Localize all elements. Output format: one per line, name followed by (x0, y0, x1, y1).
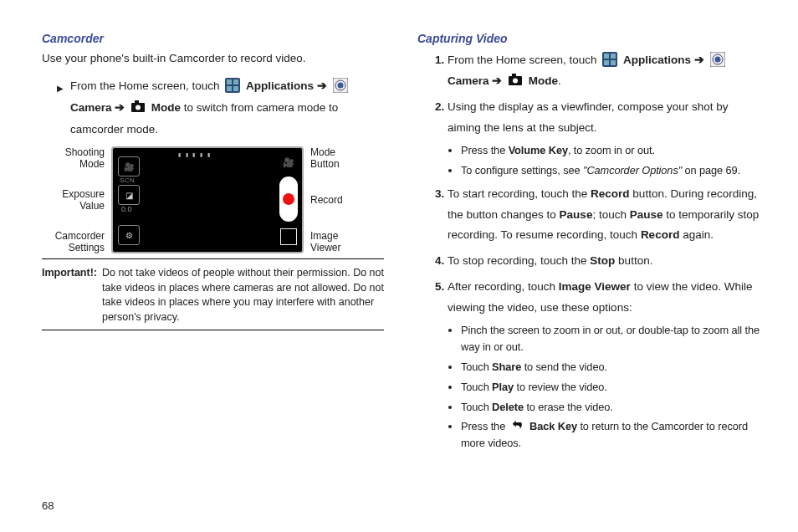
arrow-sep-2: ➔ (112, 101, 129, 114)
label-camcorder-settings: Camcorder Settings (42, 230, 105, 253)
label-image-viewer: Image Viewer (310, 230, 373, 253)
diagram-labels-right: Mode Button Record Image Viewer (304, 146, 373, 253)
arrow-sep-2: ➔ (489, 74, 506, 87)
image-viewer-thumb (280, 228, 297, 245)
step2-text: Using the display as a viewfinder, compo… (448, 100, 728, 134)
step-1: From the Home screen, touch Applications… (448, 50, 760, 92)
mode-label: Mode (151, 101, 181, 114)
period: . (558, 74, 561, 87)
bullet-back-key: Press the Back Key to return to the Camc… (461, 418, 760, 452)
svg-rect-4 (233, 86, 238, 91)
mode-label: Mode (529, 74, 558, 87)
svg-point-7 (337, 83, 343, 89)
bullet-play: Touch Play to review the video. (461, 379, 760, 396)
svg-rect-12 (604, 54, 609, 59)
svg-point-18 (714, 57, 720, 63)
important-note: Important!: Do not take videos of people… (42, 266, 384, 325)
settings-gear-icon: ⚙ (118, 225, 140, 245)
bullet-delete: Touch Delete to erase the video. (461, 399, 760, 416)
arrow-icon: ▶ (57, 80, 64, 96)
apps-icon (602, 52, 617, 67)
left-column: Camcorder Use your phone's built-in Camc… (42, 32, 384, 457)
divider-bottom (42, 330, 384, 330)
label-record: Record (310, 194, 373, 206)
bullet-pinch: Pinch the screen to zoom in or out, or d… (461, 322, 760, 356)
back-key-icon (509, 420, 527, 432)
record-dot-icon (283, 193, 294, 205)
svg-point-21 (513, 78, 518, 83)
divider-top (42, 258, 384, 259)
svg-rect-2 (233, 79, 238, 84)
svg-rect-15 (611, 60, 616, 65)
heading-capturing-video: Capturing Video (417, 32, 760, 45)
intro-text: Use your phone's built-in Camcorder to r… (42, 50, 384, 67)
step-5: After recording, touch Image Viewer to v… (448, 277, 760, 452)
important-label: Important!: (42, 266, 97, 325)
arrow-sep: ➔ (691, 54, 708, 66)
label-exposure-value: Exposure Value (42, 188, 105, 212)
camera-lens-icon (333, 78, 348, 93)
step-2: Using the display as a viewfinder, compo… (448, 97, 760, 179)
scn-label: SCN (120, 176, 135, 184)
diagram-right-strip: 🎥 (279, 153, 299, 247)
bullet-share: Touch Share to send the video. (461, 359, 760, 376)
step-4: To stop recording, touch the Stop button… (448, 251, 760, 272)
step5-bullets: Pinch the screen to zoom in or out, or d… (448, 322, 760, 452)
camera-label: Camera (70, 101, 112, 114)
arrow-sep: ➔ (314, 79, 330, 92)
record-button (279, 176, 298, 222)
svg-rect-20 (512, 74, 516, 76)
exposure-value-icon: ◪0.0 (118, 185, 140, 205)
mode-camera-icon (130, 100, 146, 115)
applications-label: Applications (623, 54, 691, 66)
bullet-configure-settings: To configure settings, see "Camcorder Op… (461, 162, 760, 179)
camcorder-step: ▶ From the Home screen, touch Applicatio… (57, 75, 384, 140)
svg-point-10 (136, 105, 141, 110)
label-shooting-mode: Shooting Mode (42, 146, 105, 170)
shooting-mode-icon: 🎥 (118, 156, 140, 176)
camcorder-diagram: Shooting Mode Exposure Value Camcorder S… (42, 146, 384, 253)
screen-topbar: ▮ ▮ ▮ ▮ ▮ (118, 151, 272, 158)
diagram-labels-left: Shooting Mode Exposure Value Camcorder S… (42, 146, 111, 253)
mode-camera-icon (508, 73, 523, 88)
svg-rect-9 (135, 100, 139, 103)
apps-icon (225, 78, 240, 93)
page-number: 68 (42, 499, 54, 512)
important-text: Do not take videos of people without the… (102, 266, 384, 325)
label-mode-button: Mode Button (310, 146, 373, 170)
bullet-volume-key: Press the Volume Key, to zoom in or out. (461, 142, 760, 159)
mode-button-icon: 🎥 (281, 155, 296, 170)
svg-rect-14 (604, 60, 609, 65)
step1-text: From the Home screen, touch (448, 54, 600, 66)
diagram-screen: ▮ ▮ ▮ ▮ ▮ 🎥 ◪0.0 SCN ⚙ 🎥 (111, 146, 304, 253)
step-text: From the Home screen, touch (70, 79, 223, 92)
svg-rect-3 (227, 86, 232, 91)
heading-camcorder: Camcorder (42, 32, 384, 45)
applications-label: Applications (246, 79, 314, 92)
step-3: To start recording, touch the Record but… (448, 184, 760, 247)
camera-lens-icon (710, 52, 725, 67)
camera-label: Camera (448, 74, 489, 87)
svg-rect-1 (227, 79, 232, 84)
step2-bullets: Press the Volume Key, to zoom in or out.… (448, 142, 760, 179)
right-column: Capturing Video From the Home screen, to… (417, 32, 760, 457)
steps-list: From the Home screen, touch Applications… (417, 50, 760, 452)
svg-rect-13 (611, 54, 616, 59)
